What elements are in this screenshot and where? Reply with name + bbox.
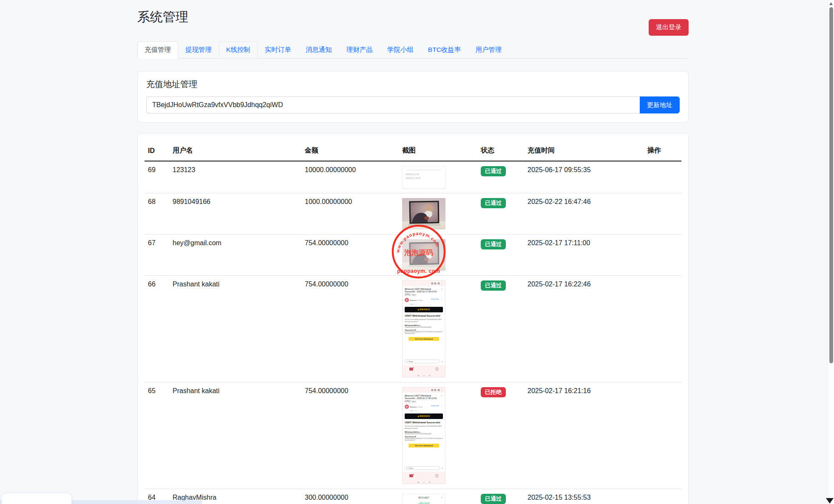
deposit-address-input-group: 更新地址 — [146, 96, 680, 113]
email-subject: [Binance] USDT Withdrawal Successful - 2… — [405, 288, 437, 296]
android-recents-icon: ■ — [429, 374, 431, 377]
avatar: B — [405, 405, 409, 409]
to-me-label: to me — [410, 410, 414, 412]
cell-time: 2025-06-17 09:55:35 — [524, 161, 644, 193]
chat-timestamp: 2025/6/13 16:09 — [406, 176, 420, 180]
star-icon: ☆ — [440, 288, 443, 290]
visit-dashboard-button: Visit Your Dashboard — [408, 337, 439, 341]
tab-recharge-management[interactable]: 充值管理 — [137, 41, 178, 59]
withdrawal-address: TBejdJHoUwRtGza9vfxVVbb9Jdhqq2qiWD — [405, 326, 443, 328]
binance-banner: ◆ BINANCE — [405, 307, 443, 312]
update-address-button[interactable]: 更新地址 — [640, 96, 680, 113]
col-id: ID — [145, 142, 169, 161]
deposit-address-card: 充值地址管理 更新地址 — [137, 71, 689, 123]
smiley-icon: ☺ — [441, 467, 443, 470]
status-badge: 已通过 — [481, 239, 506, 249]
kebab-icon: : — [442, 176, 442, 180]
tab-btc-yield[interactable]: BTC收益率 — [421, 41, 468, 59]
sent-time: 1:43 pm — [417, 300, 423, 301]
cell-time: 2025-02-17 17:11:00 — [524, 235, 644, 276]
cell-time: 2025-02-17 16:22:46 — [524, 276, 644, 382]
cell-amount: 300.00000000 — [301, 489, 399, 504]
main-container: 系统管理 退出登录 充值管理 提现管理 K线控制 实时订单 消息通知 理财产品 … — [137, 8, 689, 504]
tab-realtime-orders[interactable]: 实时订单 — [258, 41, 298, 59]
screenshot-thumbnail[interactable] — [402, 198, 445, 229]
kebab-icon: ⋮ — [441, 405, 443, 407]
cell-id: 66 — [145, 276, 169, 382]
tab-user-management[interactable]: 用户管理 — [468, 41, 509, 59]
page-title: 系统管理 — [137, 8, 689, 26]
sender-name: Binance — [410, 299, 417, 301]
logout-button[interactable]: 退出登录 — [649, 19, 689, 36]
cell-actions — [644, 193, 681, 235]
cell-amount: 754.00000000 — [301, 382, 399, 489]
trash-icon — [431, 283, 433, 284]
withdrawal-address: TBejdJHoUwRtGza9vfxVVbb9Jdhqq2qiWD — [405, 433, 443, 435]
camera-icon — [438, 389, 440, 391]
bottom-left-toast — [2, 493, 71, 504]
screenshot-thumbnail[interactable]: ⋮ [Binance] USDT Withdrawal Successful -… — [402, 280, 445, 377]
tab-financial-products[interactable]: 理财产品 — [339, 41, 380, 59]
close-icon: × — [441, 496, 443, 498]
cell-username: Prashant kakati — [169, 382, 301, 489]
binance-logo-icon: ◆ — [417, 309, 419, 311]
tab-message-notify[interactable]: 消息通知 — [298, 41, 339, 59]
status-badge: 已通过 — [481, 198, 506, 208]
android-recents-icon: ■ — [429, 481, 431, 483]
cell-amount: 10000.00000000 — [301, 161, 399, 193]
screenshot-thumbnail[interactable]: ⋮ [Binance] USDT Withdrawal Successful -… — [402, 387, 445, 484]
screenshot-thumbnail[interactable] — [402, 239, 445, 271]
reply-label: Reply — [408, 360, 413, 362]
to-me-label: to me — [410, 303, 414, 305]
android-home-icon: ● — [423, 481, 425, 483]
email-body-text: You've successfully withdrawn 754.000000… — [405, 319, 443, 323]
table-row: 64 RaghavMishra 300.00000000 BTC/USDT × … — [145, 489, 681, 504]
cell-username: 123123 — [169, 161, 301, 193]
col-time: 充值时间 — [524, 142, 644, 161]
screenshot-thumbnail[interactable]: 2025/6/13 9:51: 2025/6/13 16:09: — [402, 166, 445, 188]
deposit-address-input[interactable] — [146, 96, 640, 113]
scroll-corner-arrow-icon — [826, 498, 834, 504]
tab-kline-control[interactable]: K线控制 — [219, 41, 258, 59]
cell-id: 69 — [145, 161, 169, 193]
cell-actions — [644, 161, 681, 193]
scroll-up-arrow-icon[interactable] — [829, 2, 833, 5]
kebab-icon: ⋮ — [441, 298, 443, 300]
tab-withdrawal-management[interactable]: 提现管理 — [178, 41, 219, 59]
android-home-icon: ● — [423, 374, 425, 377]
tab-academy-groups[interactable]: 学院小组 — [380, 41, 421, 59]
avatar: B — [405, 298, 409, 302]
cell-actions — [644, 235, 681, 276]
mail-icon — [434, 283, 436, 284]
recharge-table: ID 用户名 金额 截图 状态 充值时间 操作 69 123123 10000.… — [145, 142, 681, 504]
screenshot-thumbnail[interactable]: BTC/USDT × +380.0000 Transaction typeBuy… — [402, 494, 445, 504]
portrait-painting-image — [402, 198, 445, 229]
smiley-icon: ☺ — [441, 360, 443, 363]
col-username: 用户名 — [169, 142, 301, 161]
binance-banner: ◆ BINANCE — [405, 413, 443, 419]
table-row: 66 Prashant kakati 754.00000000 ⋮ — [145, 276, 681, 382]
transaction-id: b419bce5d45f1154b3b4b5171717157674535c15… — [405, 438, 443, 441]
trash-icon — [431, 389, 433, 391]
recharge-table-card: ID 用户名 金额 截图 状态 充值时间 操作 69 123123 10000.… — [137, 133, 689, 504]
cell-username: Prashant kakati — [169, 276, 301, 382]
scrollbar-thumb[interactable] — [829, 7, 833, 363]
star-icon: ☆ — [440, 394, 443, 397]
inbox-tag: Inbox — [411, 400, 417, 403]
email-subject: [Binance] USDT Withdrawal Successful - 2… — [405, 394, 437, 402]
email-heading: USDT Withdrawal Successful — [405, 421, 443, 424]
cell-id: 67 — [145, 235, 169, 276]
cell-time: 2025-02-22 16:47:46 — [524, 193, 644, 235]
binance-brand: BINANCE — [420, 309, 430, 311]
table-row: 69 123123 10000.00000000 2025/6/13 9:51:… — [145, 161, 681, 193]
chevron-down-icon: ▾ — [415, 410, 416, 412]
col-screenshot: 截图 — [399, 142, 477, 161]
reply-arrow-icon: ↩ — [406, 467, 408, 469]
cell-id: 68 — [145, 193, 169, 235]
mail-icon — [434, 389, 436, 391]
scrollbar[interactable] — [828, 0, 834, 504]
cell-actions — [644, 382, 681, 489]
chevron-down-icon: ▾ — [415, 303, 416, 305]
reply-arrow-icon: ↩ — [406, 360, 408, 362]
faded-text-line — [406, 169, 441, 171]
